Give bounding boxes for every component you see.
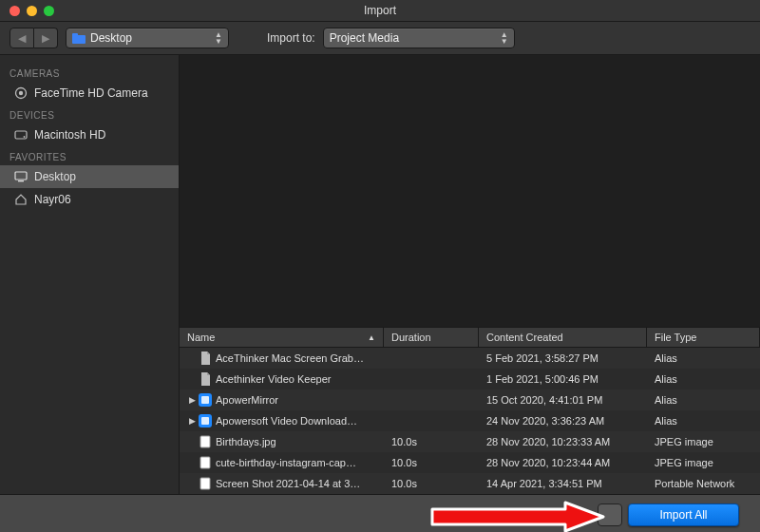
sidebar-item-label: FaceTime HD Camera — [34, 86, 148, 100]
preview-area — [180, 55, 760, 327]
svg-point-5 — [24, 136, 26, 138]
sidebar: CAMERAS FaceTime HD Camera DEVICES Macin… — [0, 55, 180, 494]
table-row[interactable]: Acethinker Video Keeper1 Feb 2021, 5:00:… — [180, 369, 760, 390]
table-row[interactable]: ▶ApowerMirror15 Oct 2020, 4:41:01 PMAlia… — [180, 390, 760, 410]
sidebar-header-favorites: FAVORITES — [0, 146, 179, 165]
cell-duration: 10.0s — [384, 457, 479, 468]
sidebar-item-desktop[interactable]: Desktop — [0, 165, 179, 188]
window-title: Import — [0, 4, 760, 17]
column-header-created[interactable]: Content Created — [479, 328, 647, 347]
cell-created: 14 Apr 2021, 3:34:51 PM — [479, 478, 647, 489]
zoom-icon[interactable] — [44, 6, 54, 16]
file-icon — [199, 456, 212, 469]
cell-created: 28 Nov 2020, 10:23:33 AM — [479, 436, 647, 447]
secondary-button[interactable] — [598, 504, 622, 526]
svg-rect-7 — [18, 180, 24, 181]
cell-created: 15 Oct 2020, 4:41:01 PM — [479, 394, 647, 406]
table-row[interactable]: ▶Apowersoft Video Download…24 Nov 2020, … — [180, 410, 760, 431]
cell-type: JPEG image — [647, 436, 760, 447]
desktop-icon — [13, 169, 28, 184]
window-controls — [10, 6, 54, 16]
column-header-name[interactable]: Name ▲ — [180, 328, 384, 347]
svg-rect-1 — [72, 33, 78, 37]
cell-created: 28 Nov 2020, 10:23:44 AM — [479, 457, 647, 468]
file-name: Birthdays.jpg — [216, 436, 276, 447]
column-header-duration[interactable]: Duration — [384, 328, 479, 347]
import-to-label: Import to: — [267, 31, 315, 45]
svg-marker-18 — [432, 503, 603, 531]
cell-type: Alias — [647, 394, 760, 406]
nav-back-button[interactable]: ◀ — [10, 28, 34, 48]
cell-duration: 10.0s — [384, 436, 479, 447]
camera-icon — [13, 86, 28, 101]
svg-rect-14 — [200, 457, 210, 468]
cell-type: Alias — [647, 415, 760, 427]
cell-type: Alias — [647, 352, 760, 364]
sidebar-item-home[interactable]: Nayr06 — [0, 188, 179, 211]
location-dropdown[interactable]: Desktop ▲▼ — [66, 28, 229, 48]
svg-rect-9 — [201, 396, 209, 404]
import-to-value: Project Media — [330, 31, 493, 45]
cell-created: 1 Feb 2021, 5:00:46 PM — [479, 373, 647, 385]
cell-type: Alias — [647, 373, 760, 385]
file-icon — [199, 477, 212, 490]
svg-rect-16 — [200, 478, 210, 489]
home-icon — [13, 192, 28, 207]
nav-back-forward: ◀ ▶ — [10, 28, 58, 48]
sidebar-item-label: Macintosh HD — [34, 128, 105, 142]
table-row[interactable]: Screen Shot 2021-04-14 at 3…10.0s14 Apr … — [180, 473, 760, 494]
location-label: Desktop — [90, 31, 207, 45]
folder-icon — [72, 33, 86, 44]
annotation-arrow-icon — [423, 501, 613, 532]
nav-forward-button[interactable]: ▶ — [34, 28, 58, 48]
import-all-button[interactable]: Import All — [628, 504, 739, 526]
svg-point-3 — [19, 91, 23, 95]
column-header-type[interactable]: File Type — [647, 328, 760, 347]
cell-type: Portable Network — [647, 478, 760, 489]
main-area: Name ▲ Duration Content Created File Typ… — [180, 55, 760, 494]
close-icon[interactable] — [10, 6, 20, 16]
cell-type: JPEG image — [647, 457, 760, 468]
svg-rect-6 — [15, 172, 27, 180]
file-name: Acethinker Video Keeper — [216, 373, 332, 385]
disclosure-icon[interactable]: ▶ — [187, 416, 197, 426]
svg-rect-11 — [201, 417, 209, 425]
sidebar-item-label: Desktop — [34, 170, 76, 183]
sidebar-header-cameras: CAMERAS — [0, 63, 179, 82]
file-table: Name ▲ Duration Content Created File Typ… — [180, 327, 760, 494]
file-icon — [199, 435, 212, 448]
sidebar-header-devices: DEVICES — [0, 104, 179, 124]
file-name: ApowerMirror — [216, 394, 278, 406]
toolbar: ◀ ▶ Desktop ▲▼ Import to: Project Media … — [0, 22, 760, 55]
titlebar: Import — [0, 0, 760, 22]
table-row[interactable]: cute-birthday-instagram-cap…10.0s28 Nov … — [180, 452, 760, 473]
file-name: cute-birthday-instagram-cap… — [216, 457, 356, 468]
sort-asc-icon: ▲ — [368, 333, 375, 342]
disclosure-icon[interactable]: ▶ — [187, 395, 197, 405]
sidebar-item-facetime-camera[interactable]: FaceTime HD Camera — [0, 82, 179, 104]
import-all-label: Import All — [659, 508, 707, 522]
file-name: Apowersoft Video Download… — [216, 415, 357, 427]
file-icon — [199, 393, 212, 407]
sidebar-item-label: Nayr06 — [34, 193, 71, 206]
file-name: Screen Shot 2021-04-14 at 3… — [216, 478, 360, 489]
chevron-updown-icon: ▲▼ — [215, 31, 222, 45]
cell-created: 24 Nov 2020, 3:36:23 AM — [479, 415, 647, 427]
svg-rect-4 — [15, 131, 27, 139]
sidebar-item-macintosh-hd[interactable]: Macintosh HD — [0, 124, 179, 146]
table-body: AceThinker Mac Screen Grab…5 Feb 2021, 3… — [180, 348, 760, 494]
svg-rect-12 — [200, 436, 210, 447]
chevron-updown-icon: ▲▼ — [501, 31, 508, 45]
cell-duration: 10.0s — [384, 478, 479, 489]
cell-created: 5 Feb 2021, 3:58:27 PM — [479, 352, 647, 364]
import-to-dropdown[interactable]: Project Media ▲▼ — [323, 28, 515, 48]
table-row[interactable]: AceThinker Mac Screen Grab…5 Feb 2021, 3… — [180, 348, 760, 369]
file-name: AceThinker Mac Screen Grab… — [216, 352, 364, 364]
table-row[interactable]: Birthdays.jpg10.0s28 Nov 2020, 10:23:33 … — [180, 431, 760, 452]
hdd-icon — [13, 127, 28, 142]
file-icon — [199, 414, 212, 428]
file-icon — [199, 372, 212, 386]
table-header: Name ▲ Duration Content Created File Typ… — [180, 327, 760, 348]
minimize-icon[interactable] — [27, 6, 37, 16]
footer: Import All — [0, 494, 760, 532]
